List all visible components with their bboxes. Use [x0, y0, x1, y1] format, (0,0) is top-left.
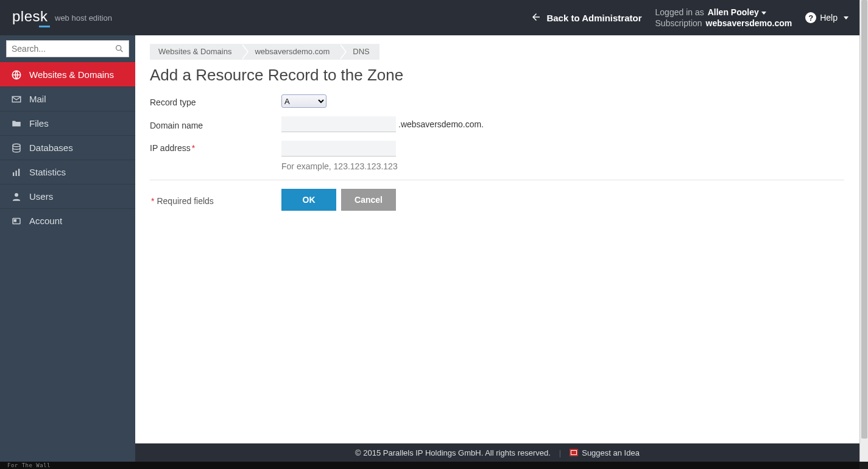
main: Websites & Domainswebsaversdemo.comDNS A…: [135, 35, 859, 462]
suggest-idea-link[interactable]: Suggest an Idea: [570, 448, 640, 457]
globe-icon: [11, 69, 22, 80]
sidebar-item-databases[interactable]: Databases: [0, 135, 135, 160]
sidebar-item-label: Websites & Domains: [29, 69, 114, 80]
flag-icon: [570, 449, 578, 456]
svg-point-7: [15, 193, 18, 197]
sidebar-search: [0, 35, 135, 62]
database-icon: [11, 143, 22, 153]
sidebar-item-label: Mail: [29, 94, 46, 104]
sidebar-item-label: Users: [29, 191, 53, 202]
svg-rect-4: [13, 172, 14, 176]
record-type-label: Record type: [150, 95, 281, 107]
breadcrumb-item[interactable]: Websites & Domains: [150, 44, 241, 60]
footer: © 2015 Parallels IP Holdings GmbH. All r…: [135, 443, 859, 462]
search-input[interactable]: [12, 44, 110, 54]
logo-underline: [39, 26, 50, 27]
sidebar-item-statistics[interactable]: Statistics: [0, 160, 135, 184]
account-icon: [11, 216, 22, 227]
subscription-label: Subscription: [655, 18, 702, 29]
search-button[interactable]: [111, 41, 127, 56]
ip-address-hint: For example, 123.123.123.123: [281, 161, 398, 171]
svg-rect-9: [14, 219, 16, 221]
svg-rect-6: [18, 169, 19, 176]
svg-line-1: [121, 50, 122, 52]
help-menu[interactable]: ? Help: [805, 12, 849, 23]
sidebar-item-account[interactable]: Account: [0, 208, 135, 233]
breadcrumb-item[interactable]: websaversdemo.com: [241, 44, 339, 60]
record-type-select[interactable]: A: [281, 94, 326, 108]
bottom-strip: For The Wall: [0, 462, 859, 469]
help-label: Help: [820, 13, 838, 23]
sidebar-item-label: Files: [29, 118, 49, 129]
footer-separator: |: [559, 448, 561, 457]
domain-name-input[interactable]: [281, 116, 396, 132]
back-to-admin-label: Back to Administrator: [546, 13, 641, 23]
brand-edition: web host edition: [55, 13, 112, 23]
ip-address-label: IP address*: [150, 141, 281, 153]
sidebar-item-label: Statistics: [29, 167, 66, 177]
back-arrow-icon: [531, 12, 542, 24]
user-name[interactable]: Allen Pooley: [708, 7, 766, 18]
ok-button[interactable]: OK: [281, 189, 336, 211]
svg-rect-5: [16, 171, 17, 176]
help-icon: ?: [805, 12, 816, 23]
brand: plesk web host edition: [0, 0, 135, 35]
footer-copyright: © 2015 Parallels IP Holdings GmbH. All r…: [355, 448, 551, 457]
logo-text: plesk: [12, 8, 48, 24]
sidebar-item-users[interactable]: Users: [0, 184, 135, 208]
browser-scrollbar[interactable]: [859, 0, 868, 462]
folder-icon: [11, 118, 22, 129]
dns-record-form: Record type A Domain name .websaversdemo…: [150, 94, 844, 211]
stats-icon: [11, 167, 22, 178]
subscription-value[interactable]: websaversdemo.com: [706, 18, 792, 29]
domain-suffix: .websaversdemo.com.: [398, 119, 484, 129]
sidebar-item-mail[interactable]: Mail: [0, 86, 135, 111]
required-fields-note: *Required fields: [150, 194, 281, 206]
mail-icon: [11, 94, 22, 105]
form-divider: [150, 180, 844, 180]
svg-point-0: [116, 46, 121, 51]
sidebar-item-websites-domains[interactable]: Websites & Domains: [0, 62, 135, 86]
back-to-admin-link[interactable]: Back to Administrator: [531, 12, 641, 24]
chevron-down-icon: [844, 16, 849, 19]
topbar: plesk web host edition Back to Administr…: [0, 0, 859, 35]
logged-in-as-label: Logged in as: [655, 7, 704, 18]
ip-address-input[interactable]: [281, 141, 396, 157]
user-icon: [11, 191, 22, 202]
sidebar: Websites & DomainsMailFilesDatabasesStat…: [0, 35, 135, 462]
chevron-down-icon: [761, 12, 766, 15]
domain-name-label: Domain name: [150, 118, 281, 130]
sidebar-item-label: Account: [29, 216, 62, 226]
sidebar-item-label: Databases: [29, 143, 73, 153]
scrollbar-thumb[interactable]: [861, 0, 867, 439]
breadcrumb: Websites & Domainswebsaversdemo.comDNS: [150, 44, 845, 60]
page-title: Add a Resource Record to the Zone: [150, 66, 845, 85]
user-block: Logged in as Allen Pooley Subscription w…: [655, 7, 792, 29]
cancel-button[interactable]: Cancel: [341, 189, 396, 211]
sidebar-item-files[interactable]: Files: [0, 111, 135, 135]
svg-point-3: [13, 144, 20, 147]
